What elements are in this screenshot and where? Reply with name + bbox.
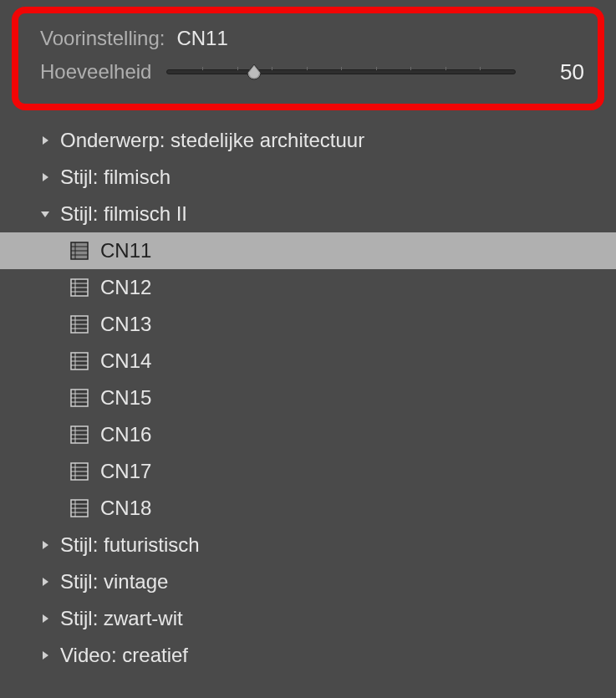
- preset-item-label: CN11: [100, 239, 151, 262]
- preset-item[interactable]: CN13: [0, 306, 616, 343]
- preset-item[interactable]: CN12: [0, 269, 616, 306]
- preset-icon: [70, 242, 89, 260]
- chevron-right-icon[interactable]: [37, 610, 53, 627]
- chevron-right-icon[interactable]: [37, 647, 53, 664]
- tree-group-label: Stijl: futuristisch: [60, 533, 200, 557]
- chevron-right-icon[interactable]: [37, 573, 53, 590]
- preset-row: Voorinstelling: CN11: [40, 22, 584, 55]
- preset-value[interactable]: CN11: [176, 27, 227, 50]
- preset-item-label: CN15: [100, 386, 151, 410]
- amount-slider[interactable]: [161, 69, 521, 74]
- preset-item-label: CN18: [100, 497, 151, 520]
- preset-item-label: CN17: [100, 460, 151, 483]
- tree-group[interactable]: Stijl: filmisch: [0, 159, 616, 196]
- presets-panel: Voorinstelling: CN11 Hoeveelheid: [0, 7, 616, 698]
- preset-label: Voorinstelling:: [40, 27, 165, 50]
- tree-group-label: Stijl: filmisch: [60, 166, 171, 189]
- preset-item-label: CN12: [100, 276, 151, 299]
- tree-group-label: Video: creatief: [60, 644, 188, 667]
- tree-group[interactable]: Stijl: vintage: [0, 563, 616, 600]
- preset-icon: [70, 499, 89, 517]
- amount-row: Hoeveelheid: [40, 55, 584, 89]
- preset-item[interactable]: CN15: [0, 380, 616, 416]
- slider-track[interactable]: [166, 69, 516, 74]
- preset-item-label: CN13: [100, 313, 151, 336]
- tree-group-label: Stijl: zwart-wit: [60, 607, 183, 630]
- preset-item-label: CN14: [100, 349, 151, 373]
- slider-thumb[interactable]: [246, 63, 262, 81]
- tree-group[interactable]: Onderwerp: stedelijke architectuur: [0, 122, 616, 159]
- preset-icon: [70, 425, 89, 444]
- preset-item[interactable]: CN18: [0, 490, 616, 527]
- preset-icon: [70, 315, 89, 334]
- preset-item[interactable]: CN14: [0, 343, 616, 380]
- chevron-right-icon[interactable]: [37, 132, 53, 149]
- preset-icon: [70, 278, 89, 297]
- tree-group[interactable]: Stijl: futuristisch: [0, 527, 616, 563]
- tree-group[interactable]: Stijl: filmisch II: [0, 196, 616, 232]
- chevron-right-icon[interactable]: [37, 169, 53, 186]
- preset-amount-header: Voorinstelling: CN11 Hoeveelheid: [12, 7, 604, 110]
- preset-icon: [70, 389, 89, 407]
- tree-group[interactable]: Stijl: zwart-wit: [0, 600, 616, 637]
- chevron-down-icon[interactable]: [37, 206, 53, 222]
- preset-item-label: CN16: [100, 423, 151, 446]
- preset-item[interactable]: CN11: [0, 232, 616, 269]
- chevron-right-icon[interactable]: [37, 537, 53, 553]
- tree-group[interactable]: Video: creatief: [0, 637, 616, 674]
- tree-group-label: Stijl: vintage: [60, 570, 168, 594]
- amount-label: Hoeveelheid: [40, 60, 151, 84]
- tree-group-label: Stijl: filmisch II: [60, 202, 187, 226]
- amount-value[interactable]: 50: [537, 59, 584, 85]
- preset-item[interactable]: CN16: [0, 416, 616, 453]
- preset-icon: [70, 462, 89, 481]
- preset-item[interactable]: CN17: [0, 453, 616, 490]
- presets-tree: Onderwerp: stedelijke architectuurStijl:…: [0, 120, 616, 674]
- tree-group-label: Onderwerp: stedelijke architectuur: [60, 129, 364, 152]
- preset-icon: [70, 352, 89, 370]
